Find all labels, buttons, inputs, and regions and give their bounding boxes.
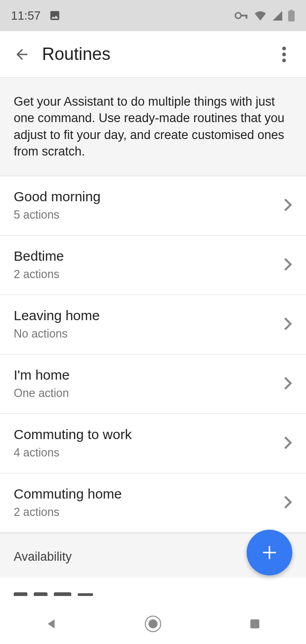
chevron-right-icon xyxy=(284,317,292,330)
plus-icon xyxy=(261,544,278,561)
svg-point-6 xyxy=(282,53,286,56)
picture-icon xyxy=(49,10,61,21)
routines-list: Good morning 5 actions Bedtime 2 actions… xyxy=(0,176,306,533)
routine-subtitle: 4 actions xyxy=(14,446,284,459)
svg-rect-2 xyxy=(246,15,248,19)
svg-point-9 xyxy=(148,619,158,628)
cell-signal-icon xyxy=(272,11,282,21)
chevron-right-icon xyxy=(284,258,292,271)
routine-row-leaving-home[interactable]: Leaving home No actions xyxy=(0,295,306,354)
routine-row-good-morning[interactable]: Good morning 5 actions xyxy=(0,176,306,236)
status-bar: 11:57 xyxy=(0,0,306,31)
chevron-right-icon xyxy=(284,199,292,211)
routine-subtitle: 5 actions xyxy=(14,208,284,221)
routine-subtitle: No actions xyxy=(14,327,284,340)
intro-text: Get your Assistant to do multiple things… xyxy=(0,78,306,176)
routine-title: Commuting home xyxy=(14,486,284,502)
status-time: 11:57 xyxy=(11,9,41,23)
vpn-key-icon xyxy=(235,11,248,20)
back-button[interactable] xyxy=(5,38,38,71)
routine-title: Bedtime xyxy=(14,248,284,264)
nav-back-button[interactable] xyxy=(24,608,79,640)
chevron-right-icon xyxy=(284,496,292,509)
chevron-right-icon xyxy=(284,436,292,449)
routine-subtitle: One action xyxy=(14,386,284,400)
svg-rect-10 xyxy=(251,619,260,628)
routine-row-bedtime[interactable]: Bedtime 2 actions xyxy=(0,236,306,295)
routine-subtitle: 2 actions xyxy=(14,505,284,519)
page-title: Routines xyxy=(42,44,268,64)
svg-rect-3 xyxy=(288,11,295,21)
svg-point-7 xyxy=(282,59,286,62)
chevron-right-icon xyxy=(284,377,292,390)
nav-home-button[interactable] xyxy=(126,608,180,640)
svg-rect-4 xyxy=(290,10,293,11)
routine-title: Commuting to work xyxy=(14,427,284,442)
routine-title: Leaving home xyxy=(14,308,284,323)
nav-recents-button[interactable] xyxy=(227,608,282,640)
routine-row-commuting-to-work[interactable]: Commuting to work 4 actions xyxy=(0,414,306,473)
routine-title: Good morning xyxy=(14,189,284,204)
add-routine-fab[interactable] xyxy=(247,530,292,575)
app-bar: Routines xyxy=(0,31,306,78)
overflow-menu-button[interactable] xyxy=(268,38,301,71)
battery-icon xyxy=(288,10,295,21)
routine-subtitle: 2 actions xyxy=(14,268,284,281)
svg-point-0 xyxy=(235,13,241,19)
cutoff-content xyxy=(0,578,306,596)
wifi-icon xyxy=(254,11,267,21)
routine-title: I'm home xyxy=(14,367,284,383)
routine-row-im-home[interactable]: I'm home One action xyxy=(0,354,306,414)
system-nav-bar xyxy=(0,604,306,644)
routine-row-commuting-home[interactable]: Commuting home 2 actions xyxy=(0,473,306,533)
svg-point-5 xyxy=(282,47,286,50)
